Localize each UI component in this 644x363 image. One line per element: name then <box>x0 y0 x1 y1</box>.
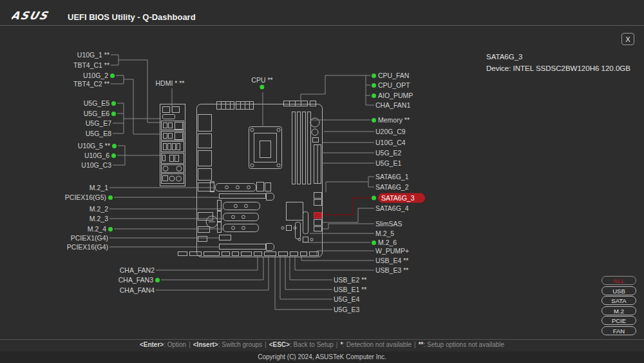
connector-label-sata6g-1[interactable]: SATA6G_1 <box>375 173 409 181</box>
connector-label-text: M.2_1 <box>90 184 108 191</box>
connector-label-text: USB_E4 ** <box>375 257 408 264</box>
connector-label-text: U5G_E4 <box>334 295 359 303</box>
connector-label-u10g-1[interactable]: U10G_1 ** <box>77 51 109 59</box>
connector-label-cha-fan3[interactable]: CHA_FAN3 <box>118 276 160 284</box>
connector-label-u10g-5[interactable]: U10G_5 ** <box>78 142 117 150</box>
connector-label-text: U5G_E2 <box>375 149 401 157</box>
hint-bar: <Enter>: Option|<Insert>: Switch groups|… <box>0 341 644 348</box>
connector-label-text: U10G_C4 <box>375 139 406 146</box>
status-dot <box>260 85 264 90</box>
connector-label-m-2-1[interactable]: M.2_1 <box>90 184 108 191</box>
connector-label-u5g-e3[interactable]: U5G_E3 <box>334 306 359 313</box>
connector-label-m-2-5[interactable]: M.2_5 <box>375 230 394 237</box>
connector-line <box>156 257 269 290</box>
connector-line <box>301 75 366 101</box>
connector-label-pciex1-g4[interactable]: PCIEX1(G4) <box>71 234 108 242</box>
connector-label-memory[interactable]: Memory ** <box>372 116 410 124</box>
connector-label-usb-e2[interactable]: USB_E2 ** <box>334 276 366 284</box>
connector-label-u5g-e7[interactable]: U5G_E7 <box>86 119 111 127</box>
connector-label-aio-pump[interactable]: AIO_PUMP <box>372 92 413 99</box>
connector-label-cpu-fan[interactable]: CPU_FAN <box>372 72 409 79</box>
connector-label-u5g-e5[interactable]: U5G_E5 <box>84 99 116 107</box>
connector-label-u5g-e2[interactable]: U5G_E2 <box>375 149 401 157</box>
hint-desc: Switch groups <box>222 341 262 348</box>
connector-label-text: USB_E1 ** <box>334 286 366 293</box>
connector-label-cha-fan2[interactable]: CHA_FAN2 <box>120 266 155 274</box>
status-dot <box>372 118 376 123</box>
connector-line <box>323 224 374 229</box>
connector-label-text: CHA_FAN2 <box>120 266 155 274</box>
connector-label-cpu[interactable]: CPU ** <box>251 76 272 90</box>
status-dot <box>111 153 116 158</box>
connector-label-text: TBT4_C1 ** <box>73 61 109 69</box>
connector-label-u10g-c3[interactable]: U10G_C3 <box>81 161 111 169</box>
connector-label-slimsas[interactable]: SlimSAS <box>375 220 402 228</box>
connector-label-u5g-e4[interactable]: U5G_E4 <box>334 295 359 303</box>
hint-separator: | <box>262 341 269 348</box>
connector-label-usb-e1[interactable]: USB_E1 ** <box>334 286 366 293</box>
connector-label-cha-fan1[interactable]: CHA_FAN1 <box>375 101 410 109</box>
hint-key: <Enter> <box>140 341 164 348</box>
connector-label-text: U5G_E7 <box>86 119 111 127</box>
sata6g3-port-highlight <box>314 213 322 219</box>
connector-label-usb-e3[interactable]: USB_E3 ** <box>375 266 408 274</box>
connector-label-text: CPU_OPT <box>378 81 410 89</box>
connector-label-u5g-e1[interactable]: U5G_E1 <box>375 159 401 167</box>
connector-label-text: HDMI * ** <box>156 79 185 87</box>
connector-label-text: W_PUMP+ <box>375 247 409 255</box>
hdmi-port <box>163 115 175 119</box>
filter-button-sata[interactable]: SATA <box>601 296 636 305</box>
connector-label-text: SlimSAS <box>375 220 402 228</box>
connector-label-usb-e4[interactable]: USB_E4 ** <box>375 257 408 264</box>
connector-label-hdmi[interactable]: HDMI * ** <box>156 79 185 87</box>
filter-button-fan[interactable]: FAN <box>601 326 636 335</box>
connector-label-text: CHA_FAN3 <box>118 276 153 284</box>
connector-label-u5g-e8[interactable]: U5G_E8 <box>86 130 111 137</box>
connector-label-m-2-4[interactable]: M.2_4 <box>88 225 113 233</box>
hint-key: <ESC> <box>269 341 290 348</box>
status-dot <box>110 74 115 78</box>
status-dot <box>108 227 113 231</box>
connector-label-pciex16-g5[interactable]: PCIEX16(G5) <box>65 193 113 201</box>
connector-label-cpu-opt[interactable]: CPU_OPT <box>372 81 410 89</box>
filter-button-usb[interactable]: USB <box>601 286 636 295</box>
connector-label-u10g-2[interactable]: U10G_2 <box>83 72 115 79</box>
hint-desc: Option <box>167 341 186 348</box>
filter-button-m2[interactable]: M.2 <box>601 306 636 315</box>
connector-label-m-2-3[interactable]: M.2_3 <box>90 215 108 222</box>
connector-line <box>156 257 258 270</box>
bios-q-dashboard-screen: ASUS UEFI BIOS Utility - Q-Dashboard X S… <box>0 0 644 363</box>
connector-label-text: U5G_E8 <box>86 130 111 137</box>
connector-label-u20g-c9[interactable]: U20G_C9 <box>375 128 406 135</box>
connector-label-m-2-2[interactable]: M.2_2 <box>90 205 108 213</box>
status-dot <box>372 74 376 78</box>
connector-label-pciex16-g4[interactable]: PCIEX16(G4) <box>67 243 108 251</box>
connector-label-tbt4-c2[interactable]: TBT4_C2 ** <box>73 80 109 88</box>
connector-label-tbt4-c1[interactable]: TBT4_C1 ** <box>73 61 109 69</box>
connector-label-u5g-e6[interactable]: U5G_E6 <box>84 110 116 117</box>
connector-line <box>124 79 161 134</box>
connector-label-sata6g-2[interactable]: SATA6G_2 <box>375 183 409 191</box>
connector-label-sata6g-3[interactable]: SATA6G_3 <box>372 195 425 202</box>
filter-button-pcie[interactable]: PCIE <box>601 316 636 325</box>
connector-label-text: U5G_E1 <box>375 159 401 167</box>
connector-label-text: PCIEX16(G5) <box>65 193 106 201</box>
connector-label-u10g-c4[interactable]: U10G_C4 <box>375 139 406 146</box>
connector-label-text: U10G_1 ** <box>77 51 109 59</box>
connector-label-u10g-6[interactable]: U10G_6 <box>84 152 116 159</box>
connector-line <box>317 251 374 256</box>
connector-line <box>285 256 332 289</box>
filter-button-all[interactable]: ALL <box>601 276 636 285</box>
connector-label-text: CHA_FAN4 <box>120 286 155 294</box>
connector-label-m-2-6[interactable]: M.2_6 <box>372 239 397 246</box>
connector-label-text: M.2_2 <box>90 205 108 213</box>
connector-label-text: SATA6G_1 <box>375 173 409 181</box>
connector-line <box>118 60 161 123</box>
connector-label-w-pump[interactable]: W_PUMP+ <box>375 247 409 255</box>
connector-label-text: Memory ** <box>378 116 410 124</box>
connector-label-text: U20G_C9 <box>375 128 406 135</box>
connector-label-cha-fan4[interactable]: CHA_FAN4 <box>120 286 155 294</box>
connector-label-text: CPU ** <box>251 76 272 84</box>
connector-line <box>290 256 332 280</box>
connector-label-sata6g-4[interactable]: SATA6G_4 <box>375 204 409 212</box>
